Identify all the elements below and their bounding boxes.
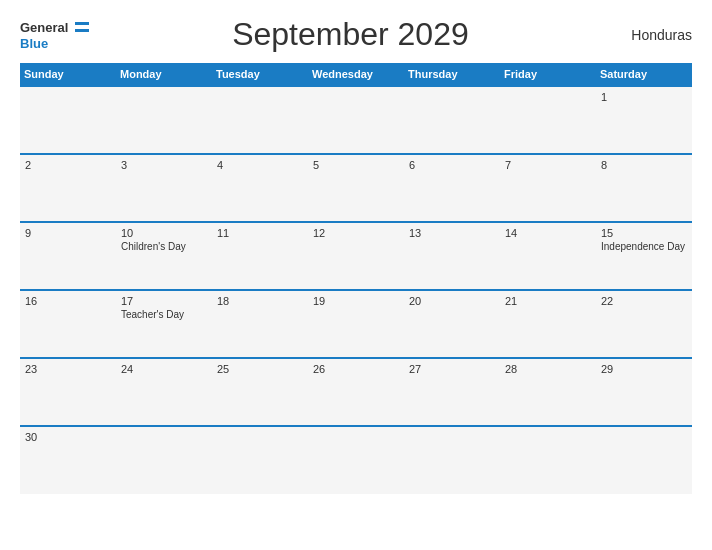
cell-1-4: 6 [404,154,500,222]
cell-0-0 [20,86,116,154]
cell-4-6: 29 [596,358,692,426]
cell-1-0: 2 [20,154,116,222]
cell-0-3 [308,86,404,154]
cell-date-number: 4 [217,159,303,171]
cell-1-2: 4 [212,154,308,222]
cell-0-2 [212,86,308,154]
cell-5-5 [500,426,596,494]
cell-date-number: 2 [25,159,111,171]
logo: General Blue [20,19,89,51]
cell-date-number: 27 [409,363,495,375]
cell-date-number: 29 [601,363,687,375]
cell-date-number: 6 [409,159,495,171]
logo-general-text: General [20,20,68,35]
calendar-page: General Blue September 2029 Honduras Sun… [0,0,712,550]
cell-event-label: Children's Day [121,241,207,253]
calendar-title: September 2029 [89,16,612,53]
cell-4-1: 24 [116,358,212,426]
cell-3-5: 21 [500,290,596,358]
cell-date-number: 22 [601,295,687,307]
cell-date-number: 25 [217,363,303,375]
cell-date-number: 11 [217,227,303,239]
header-friday: Friday [500,63,596,86]
header-thursday: Thursday [404,63,500,86]
cell-5-0: 30 [20,426,116,494]
cell-1-1: 3 [116,154,212,222]
cell-1-5: 7 [500,154,596,222]
week-row-2: 910Children's Day1112131415Independence … [20,222,692,290]
cell-5-3 [308,426,404,494]
cell-date-number: 3 [121,159,207,171]
header-sunday: Sunday [20,63,116,86]
cell-4-4: 27 [404,358,500,426]
cell-3-6: 22 [596,290,692,358]
cell-4-2: 25 [212,358,308,426]
cell-0-5 [500,86,596,154]
header-tuesday: Tuesday [212,63,308,86]
cell-date-number: 14 [505,227,591,239]
logo-flag-icon [75,22,89,32]
cell-5-4 [404,426,500,494]
cell-2-5: 14 [500,222,596,290]
week-row-5: 30 [20,426,692,494]
calendar-table: Sunday Monday Tuesday Wednesday Thursday… [20,63,692,494]
week-row-1: 2345678 [20,154,692,222]
cell-5-1 [116,426,212,494]
cell-date-number: 26 [313,363,399,375]
cell-4-5: 28 [500,358,596,426]
cell-date-number: 15 [601,227,687,239]
cell-date-number: 28 [505,363,591,375]
cell-event-label: Independence Day [601,241,687,253]
cell-3-3: 19 [308,290,404,358]
header-wednesday: Wednesday [308,63,404,86]
cell-0-1 [116,86,212,154]
header: General Blue September 2029 Honduras [20,16,692,53]
cell-2-0: 9 [20,222,116,290]
cell-date-number: 21 [505,295,591,307]
cell-date-number: 5 [313,159,399,171]
cell-2-1: 10Children's Day [116,222,212,290]
week-row-0: 1 [20,86,692,154]
cell-0-6: 1 [596,86,692,154]
cell-2-4: 13 [404,222,500,290]
cell-3-1: 17Teacher's Day [116,290,212,358]
header-saturday: Saturday [596,63,692,86]
cell-date-number: 17 [121,295,207,307]
header-monday: Monday [116,63,212,86]
cell-date-number: 7 [505,159,591,171]
cell-date-number: 20 [409,295,495,307]
week-row-4: 23242526272829 [20,358,692,426]
logo-blue-text: Blue [20,36,48,51]
cell-date-number: 10 [121,227,207,239]
cell-1-6: 8 [596,154,692,222]
cell-date-number: 12 [313,227,399,239]
cell-2-6: 15Independence Day [596,222,692,290]
cell-date-number: 23 [25,363,111,375]
week-row-3: 1617Teacher's Day1819202122 [20,290,692,358]
weekday-header-row: Sunday Monday Tuesday Wednesday Thursday… [20,63,692,86]
cell-event-label: Teacher's Day [121,309,207,321]
country-label: Honduras [612,27,692,43]
cell-date-number: 9 [25,227,111,239]
cell-date-number: 18 [217,295,303,307]
cell-3-0: 16 [20,290,116,358]
cell-3-4: 20 [404,290,500,358]
cell-3-2: 18 [212,290,308,358]
cell-date-number: 24 [121,363,207,375]
cell-date-number: 19 [313,295,399,307]
cell-5-2 [212,426,308,494]
cell-date-number: 8 [601,159,687,171]
cell-1-3: 5 [308,154,404,222]
cell-4-3: 26 [308,358,404,426]
cell-date-number: 16 [25,295,111,307]
cell-5-6 [596,426,692,494]
cell-2-2: 11 [212,222,308,290]
cell-2-3: 12 [308,222,404,290]
cell-date-number: 13 [409,227,495,239]
cell-4-0: 23 [20,358,116,426]
cell-0-4 [404,86,500,154]
cell-date-number: 1 [601,91,687,103]
cell-date-number: 30 [25,431,111,443]
